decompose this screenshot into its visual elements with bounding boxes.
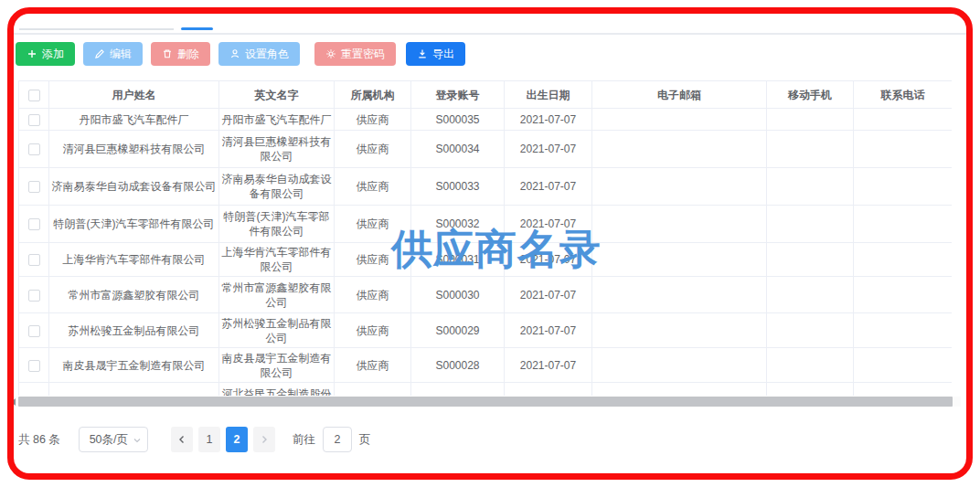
- row-checkbox[interactable]: [28, 290, 40, 302]
- header-email: 电子邮箱: [592, 81, 767, 109]
- cell-account: S000029: [411, 313, 505, 348]
- cell-en-name: 常州市富源鑫塑胶有限公司: [219, 277, 335, 313]
- cell-birth: 2021-07-07: [505, 131, 592, 168]
- active-tab-indicator: [181, 27, 213, 30]
- cell-name: 苏州松骏五金制品有限公司: [49, 313, 219, 348]
- gear-icon: [325, 48, 336, 59]
- cell-email: [592, 168, 767, 206]
- table-row: 丹阳市盛飞汽车配件厂 丹阳市盛飞汽车配件厂 供应商 S000035 2021-0…: [19, 109, 953, 131]
- cell-name: 特朗普(天津)汽车零部件有限公司: [49, 206, 219, 243]
- cell-org: 供应商: [335, 383, 411, 397]
- export-button-label: 导出: [432, 47, 454, 62]
- header-user-name: 用户姓名: [49, 81, 219, 109]
- user-icon: [229, 48, 240, 59]
- row-checkbox[interactable]: [28, 218, 40, 230]
- cell-en-name: 河北益民五金制造股份有限公司: [219, 383, 335, 397]
- header-phone: 联系电话: [854, 81, 953, 109]
- add-button[interactable]: 添加: [16, 42, 75, 66]
- row-checkbox[interactable]: [28, 254, 40, 266]
- cell-email: [592, 131, 767, 168]
- page-size-select[interactable]: 50条/页: [79, 427, 148, 452]
- page-size-value: 50条/页: [90, 432, 128, 448]
- cell-birth: 2021-07-07: [505, 277, 592, 313]
- page: 添加 编辑 删除 设置角色 重置密码 导出: [0, 0, 980, 487]
- row-checkbox[interactable]: [28, 325, 40, 337]
- table-row: 苏州松骏五金制品有限公司 苏州松骏五金制品有限公司 供应商 S000029 20…: [19, 313, 953, 348]
- cell-account: S000027: [411, 383, 505, 397]
- horizontal-scrollbar[interactable]: [10, 397, 961, 407]
- row-checkbox[interactable]: [28, 114, 40, 126]
- table-row: 清河县巨惠橡塑科技有限公司 清河县巨惠橡塑科技有限公司 供应商 S000034 …: [19, 131, 953, 168]
- edit-button[interactable]: 编辑: [83, 42, 143, 66]
- cell-name: 常州市富源鑫塑胶有限公司: [49, 277, 219, 313]
- cell-en-name: 济南易泰华自动成套设备有限公司: [219, 168, 335, 206]
- cell-org: 供应商: [335, 313, 411, 348]
- cell-email: [592, 243, 767, 277]
- cell-birth: 2021-07-07: [505, 348, 592, 383]
- cell-phone: [854, 109, 953, 131]
- cell-name: 河北益民五金制造股份有限公司: [49, 383, 219, 397]
- cell-email: [592, 109, 767, 131]
- cell-account: S000028: [411, 348, 505, 383]
- add-button-label: 添加: [42, 47, 64, 62]
- cell-account: S000034: [411, 131, 505, 168]
- chevron-right-icon: [259, 434, 270, 445]
- cell-phone: [854, 131, 953, 168]
- cell-mobile: [767, 206, 854, 243]
- cell-phone: [854, 383, 953, 397]
- cell-phone: [854, 348, 953, 383]
- header-select-all: [19, 81, 49, 109]
- cell-mobile: [767, 109, 854, 131]
- page-button-2-active[interactable]: 2: [226, 427, 248, 452]
- page-button-1[interactable]: 1: [198, 427, 220, 452]
- total-count-label: 共 86 条: [18, 432, 60, 448]
- next-page-button[interactable]: [253, 427, 275, 452]
- row-checkbox[interactable]: [28, 181, 40, 193]
- cell-org: 供应商: [335, 277, 411, 313]
- watermark-title: 供应商名录: [391, 222, 602, 277]
- toolbar: 添加 编辑 删除 设置角色 重置密码 导出: [16, 42, 465, 66]
- scrollbar-thumb[interactable]: [18, 397, 953, 407]
- download-icon: [417, 48, 428, 59]
- set-role-button[interactable]: 设置角色: [218, 42, 300, 66]
- cell-name: 济南易泰华自动成套设备有限公司: [49, 168, 219, 206]
- cell-phone: [854, 277, 953, 313]
- select-all-checkbox[interactable]: [28, 90, 40, 101]
- chevron-left-icon: [176, 434, 187, 445]
- header-account: 登录账号: [411, 81, 505, 109]
- header-mobile: 移动手机: [767, 81, 854, 109]
- cell-account: S000035: [411, 109, 505, 131]
- cell-mobile: [767, 277, 854, 313]
- set-role-button-label: 设置角色: [245, 47, 289, 62]
- row-checkbox[interactable]: [28, 143, 40, 155]
- delete-button[interactable]: 删除: [151, 42, 210, 66]
- cell-name: 上海华肯汽车零部件有限公司: [49, 243, 219, 277]
- cell-account: S000033: [411, 168, 505, 206]
- cell-mobile: [767, 313, 854, 348]
- prev-page-button[interactable]: [171, 427, 193, 452]
- reset-password-button[interactable]: 重置密码: [314, 42, 396, 66]
- cell-phone: [854, 206, 953, 243]
- cell-org: 供应商: [335, 109, 411, 131]
- row-checkbox[interactable]: [28, 360, 40, 372]
- cell-name: 丹阳市盛飞汽车配件厂: [49, 109, 219, 131]
- cell-mobile: [767, 131, 854, 168]
- cell-birth: 2021-07-07: [505, 168, 592, 206]
- table-row: 常州市富源鑫塑胶有限公司 常州市富源鑫塑胶有限公司 供应商 S000030 20…: [19, 277, 953, 313]
- cell-phone: [854, 243, 953, 277]
- goto-unit-label: 页: [359, 432, 371, 448]
- header-birth: 出生日期: [505, 81, 592, 109]
- header-divider: [8, 33, 972, 35]
- cell-birth: 2021-07-07: [505, 313, 592, 348]
- cell-phone: [854, 168, 953, 206]
- cell-phone: [854, 313, 953, 348]
- cell-birth: 2021-07-07: [505, 109, 592, 131]
- cell-en-name: 清河县巨惠橡塑科技有限公司: [219, 131, 335, 168]
- goto-page-input[interactable]: [323, 427, 352, 452]
- table-row: 济南易泰华自动成套设备有限公司 济南易泰华自动成套设备有限公司 供应商 S000…: [19, 168, 953, 206]
- cell-email: [592, 313, 767, 348]
- cell-email: [592, 348, 767, 383]
- export-button[interactable]: 导出: [406, 42, 465, 66]
- cell-mobile: [767, 168, 854, 206]
- tab-bar-line: [19, 28, 174, 30]
